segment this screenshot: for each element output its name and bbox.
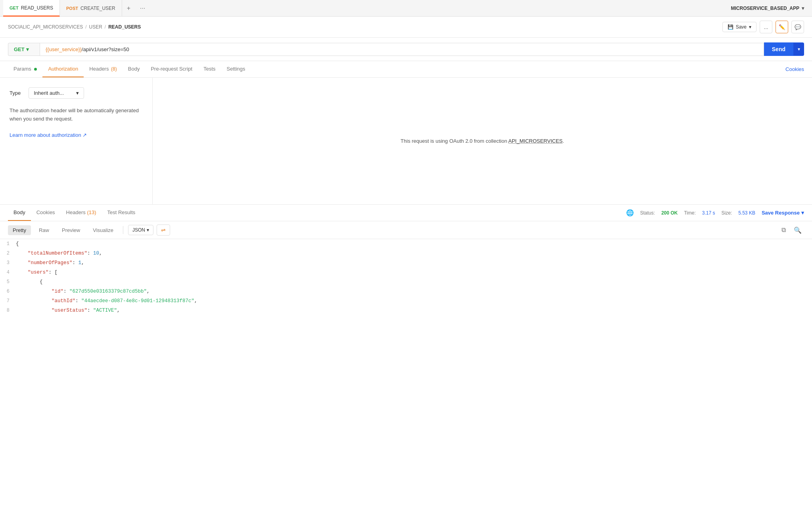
resp-tab-test-results[interactable]: Test Results — [102, 205, 141, 221]
line-num-6: 6 — [0, 287, 16, 296]
auth-type-row: Type Inherit auth... ▾ — [10, 87, 143, 99]
tab-headers[interactable]: Headers (8) — [84, 61, 122, 77]
size-label: Size: — [722, 210, 732, 216]
method-selector[interactable]: GET ▾ — [8, 43, 40, 56]
more-options-button[interactable]: ... — [760, 21, 772, 33]
workspace-selector[interactable]: MICROSERVICE_BASED_APP ▾ — [726, 6, 809, 11]
tab-post-create-user[interactable]: POST CREATE_USER — [60, 0, 122, 17]
json-format-label: JSON — [132, 227, 145, 233]
breadcrumb-bar: SOCIALIC_API_MICROSERVICES / USER / READ… — [0, 17, 812, 38]
breadcrumb-actions: 💾 Save ▾ ... ✏️ 💬 — [722, 21, 804, 33]
code-line-4: 4 "users": [ — [0, 268, 812, 277]
edit-button[interactable]: ✏️ — [776, 21, 788, 33]
size-value: 5.53 KB — [738, 210, 755, 216]
save-response-button[interactable]: Save Response ▾ — [762, 210, 804, 216]
code-line-8: 8 "userStatus": "ACTIVE", — [0, 306, 812, 315]
status-value: 200 OK — [661, 210, 678, 216]
settings-label: Settings — [227, 66, 245, 72]
code-line-1: 1 { — [0, 239, 812, 249]
save-dropdown-arrow[interactable]: ▾ — [749, 24, 751, 30]
auth-type-chevron-icon: ▾ — [76, 90, 79, 96]
format-preview[interactable]: Preview — [57, 225, 85, 235]
copy-button[interactable]: ⧉ — [779, 225, 788, 235]
auth-type-value: Inherit auth... — [34, 90, 64, 96]
save-response-label: Save Response — [762, 210, 800, 216]
request-tabs: Params Authorization Headers (8) Body Pr… — [0, 61, 812, 78]
line-content-5: { — [16, 278, 812, 286]
line-content-7: "authId": "44aecdee-d087-4e8c-9d01-12948… — [16, 297, 812, 305]
tab-name-create-user: CREATE_USER — [80, 6, 115, 11]
breadcrumb-collection[interactable]: SOCIALIC_API_MICROSERVICES — [8, 24, 83, 30]
oauth-collection-link[interactable]: API_MICROSERVICES — [508, 138, 563, 144]
response-section: Body Cookies Headers (13) Test Results 🌐… — [0, 205, 812, 315]
breadcrumb-sep-1: / — [85, 24, 86, 30]
method-label: GET — [14, 46, 25, 52]
line-num-1: 1 — [0, 240, 16, 248]
auth-description: The authorization header will be automat… — [10, 107, 143, 140]
tab-authorization[interactable]: Authorization — [42, 61, 84, 77]
format-pretty[interactable]: Pretty — [8, 225, 31, 235]
resp-tab-headers[interactable]: Headers (13) — [61, 205, 102, 221]
code-line-3: 3 "numberOfPages": 1, — [0, 258, 812, 268]
cookies-link[interactable]: Cookies — [785, 61, 804, 77]
save-icon: 💾 — [728, 24, 733, 30]
line-content-2: "totalNumberOfItems": 10, — [16, 249, 812, 258]
send-main-button[interactable]: Send — [764, 42, 793, 56]
line-num-2: 2 — [0, 249, 16, 258]
params-label: Params — [13, 66, 31, 72]
tab-overflow-button[interactable]: ··· — [135, 5, 150, 12]
time-value: 3.17 s — [702, 210, 715, 216]
breadcrumb: SOCIALIC_API_MICROSERVICES / USER / READ… — [8, 24, 141, 30]
format-raw[interactable]: Raw — [34, 225, 54, 235]
resp-headers-badge: (13) — [87, 209, 96, 215]
auth-type-dropdown[interactable]: Inherit auth... ▾ — [29, 87, 84, 99]
send-button-group: Send ▾ — [764, 42, 804, 56]
body-label: Body — [128, 66, 140, 72]
save-response-chevron-icon: ▾ — [801, 210, 804, 216]
method-get-label: GET — [10, 6, 19, 10]
method-chevron-icon: ▾ — [26, 46, 29, 52]
status-label: Status: — [640, 210, 655, 216]
breadcrumb-current: READ_USERS — [108, 24, 141, 30]
workspace-chevron-icon: ▾ — [802, 6, 804, 11]
globe-icon: 🌐 — [626, 209, 634, 217]
wrap-button[interactable]: ⇌ — [157, 224, 170, 236]
new-tab-button[interactable]: + — [122, 5, 135, 12]
line-num-8: 8 — [0, 306, 16, 315]
auth-panel: Type Inherit auth... ▾ The authorization… — [0, 78, 153, 204]
tab-prerequest[interactable]: Pre-request Script — [145, 61, 198, 77]
code-line-2: 2 "totalNumberOfItems": 10, — [0, 249, 812, 258]
prerequest-label: Pre-request Script — [151, 66, 192, 72]
learn-more-link[interactable]: Learn more about authorization ↗ — [10, 132, 87, 138]
resp-test-results-label: Test Results — [107, 209, 136, 215]
send-dropdown-button[interactable]: ▾ — [793, 43, 804, 56]
tab-params[interactable]: Params — [8, 61, 42, 77]
line-num-4: 4 — [0, 268, 16, 277]
format-visualize[interactable]: Visualize — [88, 225, 118, 235]
line-num-7: 7 — [0, 297, 16, 305]
response-tabs-bar: Body Cookies Headers (13) Test Results 🌐… — [0, 205, 812, 221]
resp-tab-cookies[interactable]: Cookies — [31, 205, 61, 221]
tests-label: Tests — [203, 66, 215, 72]
search-button[interactable]: 🔍 — [791, 225, 804, 236]
resp-tab-body[interactable]: Body — [8, 205, 31, 221]
tab-settings[interactable]: Settings — [221, 61, 251, 77]
comment-button[interactable]: 💬 — [791, 21, 804, 33]
url-input-display[interactable]: {{user_service}}/api/v1/user?size=50 — [40, 43, 764, 56]
tab-tests[interactable]: Tests — [198, 61, 221, 77]
tab-body[interactable]: Body — [123, 61, 146, 77]
line-content-1: { — [16, 240, 812, 248]
save-button[interactable]: 💾 Save ▾ — [722, 22, 756, 32]
code-line-7: 7 "authId": "44aecdee-d087-4e8c-9d01-129… — [0, 296, 812, 306]
line-content-6: "id": "627d550e03163379c87cd5bb", — [16, 287, 812, 296]
url-path-part: /api/v1/user?size=50 — [82, 46, 129, 52]
breadcrumb-folder[interactable]: USER — [89, 24, 102, 30]
auth-label: Authorization — [48, 66, 78, 72]
line-num-3: 3 — [0, 259, 16, 267]
json-format-dropdown[interactable]: JSON ▾ — [128, 225, 153, 235]
resp-cookies-label: Cookies — [36, 209, 55, 215]
main-content-area: Type Inherit auth... ▾ The authorization… — [0, 78, 812, 205]
tab-get-read-users[interactable]: GET READ_USERS — [3, 0, 60, 17]
json-format-chevron-icon: ▾ — [147, 227, 149, 233]
code-line-6: 6 "id": "627d550e03163379c87cd5bb", — [0, 287, 812, 296]
